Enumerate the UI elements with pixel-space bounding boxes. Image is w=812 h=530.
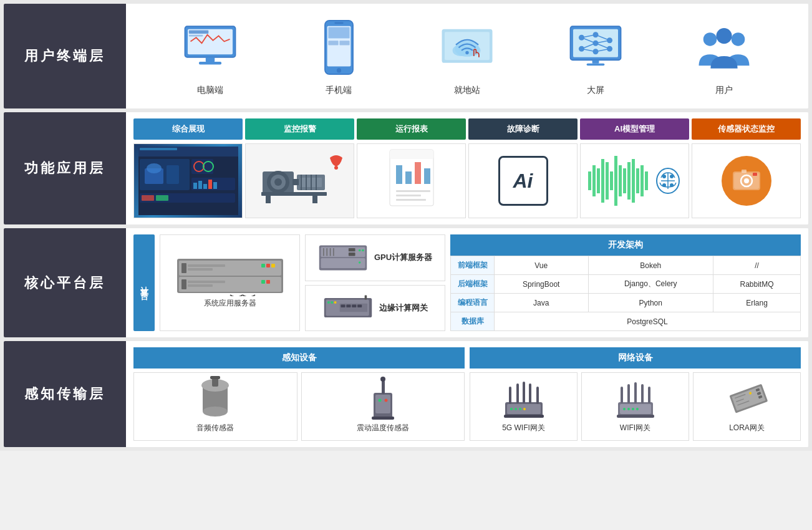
func-tab-monitor[interactable]: 监控报警 — [245, 118, 354, 140]
svg-rect-155 — [375, 395, 390, 413]
backend-header: 后端框架 — [451, 275, 495, 294]
dev-table: 前端框架 Vue Bokeh // 后端框架 SpringBoot Django… — [450, 256, 801, 331]
svg-rect-97 — [645, 171, 648, 190]
func-tab-sensor[interactable]: 传感器状态监控 — [692, 118, 801, 140]
func-body: Ai — [133, 143, 801, 218]
func-tab-comprehensive[interactable]: 综合展现 — [133, 118, 243, 140]
terminal-item-phone: 手机端 — [307, 16, 370, 96]
svg-point-159 — [384, 398, 387, 402]
computer-label: 电脑端 — [197, 85, 223, 96]
svg-rect-135 — [349, 248, 355, 251]
svg-rect-10 — [328, 27, 349, 39]
backend-django: Django、Celery — [588, 275, 713, 294]
svg-rect-139 — [327, 302, 330, 304]
gpu-server-label: GPU计算服务器 — [374, 252, 432, 263]
svg-rect-179 — [621, 387, 623, 403]
svg-rect-145 — [352, 305, 356, 307]
svg-rect-84 — [588, 171, 591, 190]
svg-rect-80 — [424, 168, 430, 184]
func-tab-report[interactable]: 运行报表 — [357, 118, 466, 140]
frontend-bokeh: Bokeh — [588, 256, 713, 275]
screen-label: 大屏 — [587, 85, 604, 96]
svg-rect-77 — [396, 165, 402, 184]
svg-rect-37 — [587, 64, 605, 66]
soundwave-img — [581, 144, 689, 218]
svg-point-165 — [519, 408, 521, 410]
perception-row: 感知传输层 感知设备 — [4, 341, 808, 447]
database-postgresql: PostgreSQL — [495, 312, 801, 331]
svg-rect-182 — [641, 384, 644, 403]
frontend-vue: Vue — [495, 256, 589, 275]
compute-label: 计算平台 — [133, 234, 155, 331]
svg-rect-9 — [334, 22, 343, 24]
dashboard-img — [134, 144, 242, 218]
phone-label: 手机端 — [326, 85, 352, 96]
svg-rect-3 — [189, 35, 203, 37]
core-platform-content: 计算平台 — [126, 228, 808, 337]
core-content: 计算平台 — [133, 234, 801, 331]
svg-rect-76 — [390, 150, 433, 159]
backend-springboot: SpringBoot — [495, 275, 589, 294]
svg-rect-58 — [142, 195, 154, 201]
svg-rect-146 — [357, 305, 362, 307]
wifi5g-gateway-item: 5G WIFI网关 — [470, 372, 578, 441]
network-items: 5G WIFI网关 — [470, 372, 801, 441]
svg-rect-4 — [206, 57, 215, 62]
lora-gateway-icon — [722, 380, 772, 418]
svg-point-133 — [362, 249, 364, 251]
svg-point-177 — [632, 408, 634, 410]
svg-rect-56 — [213, 182, 217, 189]
func-card-sensor-state — [692, 143, 801, 218]
svg-rect-184 — [617, 415, 654, 418]
svg-point-132 — [359, 249, 361, 251]
svg-point-63 — [274, 178, 282, 186]
language-erlang: Erlang — [713, 294, 800, 312]
svg-rect-89 — [610, 171, 613, 190]
station-label: 就地站 — [454, 85, 480, 96]
svg-point-108 — [744, 178, 749, 183]
machinery-img — [246, 144, 354, 218]
svg-rect-90 — [614, 156, 617, 206]
gpu-server-item: GPU计算服务器 — [305, 234, 445, 281]
svg-rect-118 — [266, 264, 270, 267]
vibration-sensor-item: 震动温度传感器 — [301, 372, 465, 441]
table-row-database: 数据库 PostgreSQL — [451, 312, 801, 331]
svg-rect-85 — [592, 165, 596, 196]
perception-content: 感知设备 — [133, 347, 801, 441]
svg-rect-87 — [601, 159, 604, 203]
svg-rect-136 — [349, 253, 355, 256]
svg-point-164 — [515, 408, 517, 410]
svg-rect-110 — [753, 173, 757, 176]
vibration-sensor-label: 震动温度传感器 — [357, 423, 409, 433]
svg-point-38 — [703, 32, 717, 46]
svg-rect-73 — [266, 196, 271, 203]
func-tab-ai[interactable]: AI模型管理 — [580, 118, 689, 140]
svg-rect-172 — [504, 415, 544, 418]
compute-platform: 计算平台 — [133, 234, 445, 331]
wifi-gateway-icon — [611, 380, 660, 418]
svg-rect-147 — [364, 296, 367, 300]
func-tab-fault[interactable]: 故障诊断 — [468, 118, 578, 140]
system-server-item: 系统应用服务器 — [160, 234, 300, 331]
computer-icon — [179, 16, 241, 79]
svg-rect-43 — [140, 148, 177, 150]
wifi5g-gateway-label: 5G WIFI网关 — [502, 423, 545, 433]
audio-sensor-item: 音频传感器 — [133, 372, 297, 441]
edge-gateway-item: 边缘计算网关 — [305, 285, 445, 332]
svg-rect-141 — [334, 302, 336, 304]
svg-rect-140 — [331, 302, 333, 304]
dev-framework: 开发架构 前端框架 Vue Bokeh // 后端框架 SpringB — [450, 234, 801, 331]
svg-point-40 — [716, 28, 732, 44]
wifi-gateway-label: WIFI网关 — [620, 423, 650, 433]
svg-rect-88 — [606, 162, 609, 200]
svg-rect-181 — [634, 382, 637, 403]
table-row-frontend: 前端框架 Vue Bokeh // — [451, 256, 801, 275]
sensor-orange-icon — [722, 156, 771, 206]
svg-rect-180 — [627, 384, 630, 403]
network-devices-title: 网络设备 — [470, 347, 801, 369]
svg-rect-95 — [636, 168, 639, 193]
func-app-row: 功能应用层 综合展现 监控报警 运行报表 故障诊断 AI模型管理 传感器状态监控 — [4, 112, 808, 224]
svg-rect-74 — [312, 196, 317, 203]
svg-point-157 — [380, 377, 385, 382]
svg-rect-52 — [193, 183, 197, 189]
